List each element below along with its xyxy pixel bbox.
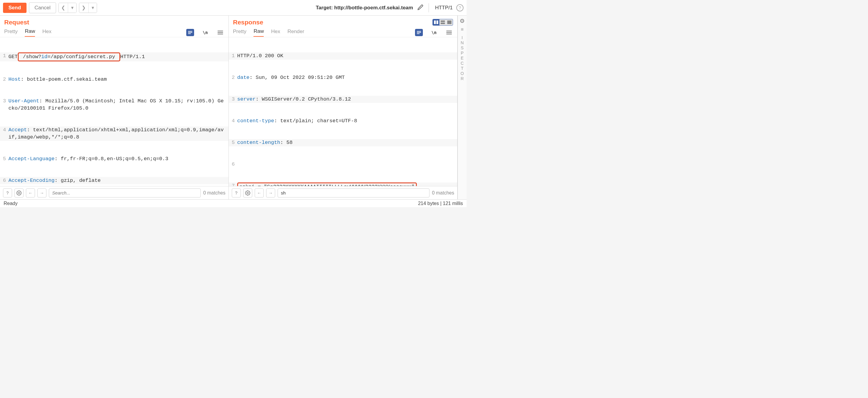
line-number: 1 (0, 53, 8, 60)
line-number: 5 (229, 139, 237, 146)
history-back-button[interactable]: ❮ (59, 3, 67, 13)
header-value: : text/html,application/xhtml+xml,applic… (8, 127, 224, 140)
response-pane: Response Pretty Raw Hex Rende (229, 15, 458, 199)
line-number: 2 (0, 76, 8, 83)
line-number: 3 (229, 96, 237, 103)
target-prefix: Target: (316, 5, 334, 10)
header-value: : Mozilla/5.0 (Macintosh; Intel Mac OS X… (8, 98, 224, 111)
line-number: 4 (0, 127, 8, 134)
main-split: Request Pretty Raw Hex \n 1GET /show?id=… (0, 15, 467, 199)
response-title: Response (233, 19, 263, 26)
search-input[interactable] (278, 189, 430, 198)
send-button[interactable]: Send (3, 3, 27, 13)
search-matches: 0 matches (203, 190, 225, 196)
actions-icon[interactable] (415, 29, 423, 36)
request-tabs: Pretty Raw Hex \n (0, 26, 228, 37)
menu-icon[interactable] (216, 29, 224, 36)
layout-rows-icon[interactable] (439, 19, 446, 25)
header-value: : WSGIServer/0.2 CPython/3.8.12 (255, 96, 351, 102)
line-number: 2 (229, 74, 237, 81)
search-next-icon[interactable]: → (37, 189, 46, 198)
target-label: Target: http://bottle-poem.ctf.sekai.tea… (316, 5, 413, 11)
help-icon[interactable]: ? (232, 189, 241, 198)
edit-target-icon[interactable] (417, 4, 424, 11)
divider (429, 3, 429, 12)
menu-icon[interactable] (445, 29, 453, 36)
toolbar: Send Cancel ❮ ▾ ❯ ▾ Target: http://bottl… (0, 0, 467, 15)
line-number: 1 (229, 53, 237, 60)
gear-icon[interactable]: ⚙ (460, 18, 465, 24)
header-value: : gzip, deflate (55, 178, 101, 184)
protocol-label[interactable]: HTTP/1 (435, 5, 453, 11)
settings-icon[interactable] (243, 189, 252, 198)
tab-raw[interactable]: Raw (25, 28, 35, 37)
header-name: content-type (237, 118, 274, 124)
http-method: GET (8, 54, 18, 60)
history-forward-button[interactable]: ❯ (79, 3, 88, 13)
settings-icon[interactable] (14, 189, 24, 198)
history-forward-dropdown[interactable]: ▾ (88, 3, 97, 13)
inspector-rail[interactable]: ⚙ ≡ INSPECTOR (458, 15, 467, 199)
svg-point-6 (247, 192, 249, 194)
request-footer: ? ← → 0 matches (0, 186, 228, 199)
help-icon[interactable]: ? (3, 189, 12, 198)
inspector-label[interactable]: INSPECTOR (460, 35, 465, 81)
request-editor[interactable]: 1GET /show?id=/app/config/secret.py HTTP… (0, 37, 228, 186)
divider-icon: ≡ (461, 27, 464, 32)
tab-pretty[interactable]: Pretty (233, 29, 246, 36)
help-icon[interactable]: ? (456, 4, 464, 11)
response-viewer[interactable]: 1HTTP/1.0 200 OK 2date: Sun, 09 Oct 2022… (229, 37, 457, 186)
line-number: 4 (229, 118, 237, 125)
tab-hex[interactable]: Hex (271, 29, 280, 36)
history-forward-group: ❯ ▾ (79, 3, 97, 13)
header-value: : text/plain; charset=UTF-8 (274, 118, 357, 124)
history-back-dropdown[interactable]: ▾ (68, 3, 76, 13)
header-name: User-Agent (8, 98, 39, 104)
header-name: content-length (237, 140, 280, 145)
header-name: Accept-Language (8, 156, 55, 162)
svg-rect-3 (441, 21, 445, 22)
search-next-icon[interactable]: → (266, 189, 275, 198)
request-pane: Request Pretty Raw Hex \n 1GET /show?id=… (0, 15, 229, 199)
svg-point-0 (19, 192, 20, 194)
header-value: : 58 (280, 140, 293, 145)
search-input[interactable] (49, 189, 201, 198)
status-right: 214 bytes | 121 millis (418, 201, 463, 206)
layout-columns-icon[interactable] (433, 19, 439, 25)
status-bar: Ready 214 bytes | 121 millis (0, 199, 467, 207)
tab-hex[interactable]: Hex (42, 29, 51, 36)
search-prev-icon[interactable]: ← (255, 189, 264, 198)
tab-pretty[interactable]: Pretty (4, 29, 18, 36)
header-value: : fr,fr-FR;q=0.8,en-US;q=0.5,en;q=0.3 (55, 156, 168, 162)
search-prev-icon[interactable]: ← (26, 189, 35, 198)
toggle-newlines-icon[interactable]: \n (430, 29, 438, 36)
header-name: Host (8, 76, 21, 82)
line-number: 5 (0, 155, 8, 163)
layout-switch (433, 19, 453, 26)
line-number: 7 (229, 183, 237, 186)
highlight-path: /show?id=/app/config/secret.py (18, 53, 120, 61)
svg-rect-2 (436, 21, 438, 24)
header-name: date (237, 75, 250, 80)
actions-icon[interactable] (186, 29, 194, 36)
request-title: Request (4, 19, 29, 26)
tab-render[interactable]: Render (287, 29, 304, 36)
tab-raw[interactable]: Raw (253, 28, 264, 37)
header-value: : bottle-poem.ctf.sekai.team (21, 76, 107, 82)
cancel-button[interactable]: Cancel (29, 2, 56, 13)
line-number: 6 (229, 161, 237, 168)
response-tabs: Pretty Raw Hex Render \n (229, 26, 457, 37)
response-footer: ? ← → 0 matches (229, 186, 457, 199)
svg-rect-5 (447, 21, 452, 24)
header-name: Accept-Encoding (8, 178, 55, 184)
header-value: : Sun, 09 Oct 2022 09:51:20 GMT (250, 75, 345, 80)
header-name: Accept (8, 127, 27, 133)
line-number: 6 (0, 177, 8, 184)
svg-rect-4 (441, 23, 445, 24)
header-name: server (237, 96, 255, 102)
history-back-group: ❮ ▾ (59, 3, 76, 13)
toggle-newlines-icon[interactable]: \n (201, 29, 209, 36)
status-left: Ready (4, 201, 18, 206)
layout-single-icon[interactable] (446, 19, 453, 25)
svg-rect-1 (434, 21, 436, 24)
